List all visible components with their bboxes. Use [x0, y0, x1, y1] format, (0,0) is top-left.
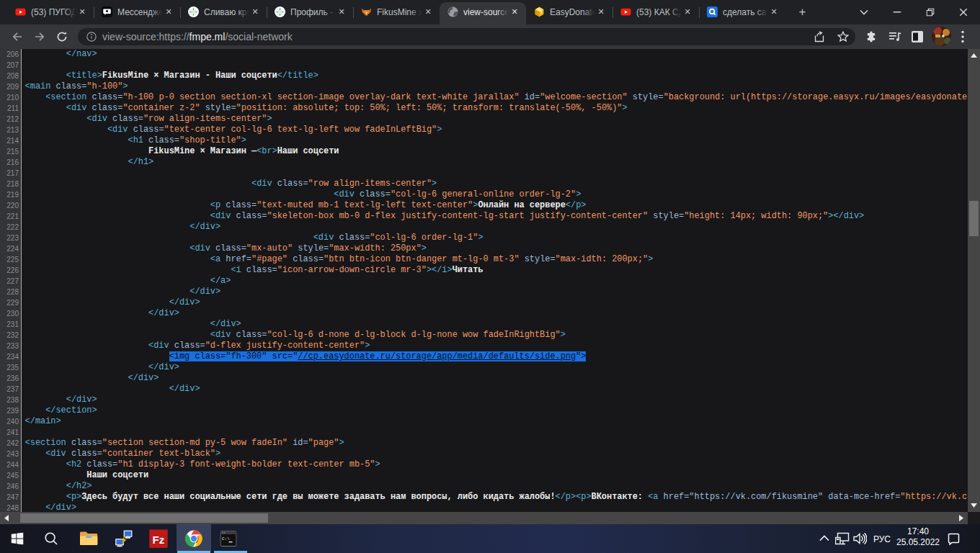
svg-text:Fz: Fz — [153, 534, 165, 546]
svg-text:C:\: C:\ — [222, 536, 230, 541]
